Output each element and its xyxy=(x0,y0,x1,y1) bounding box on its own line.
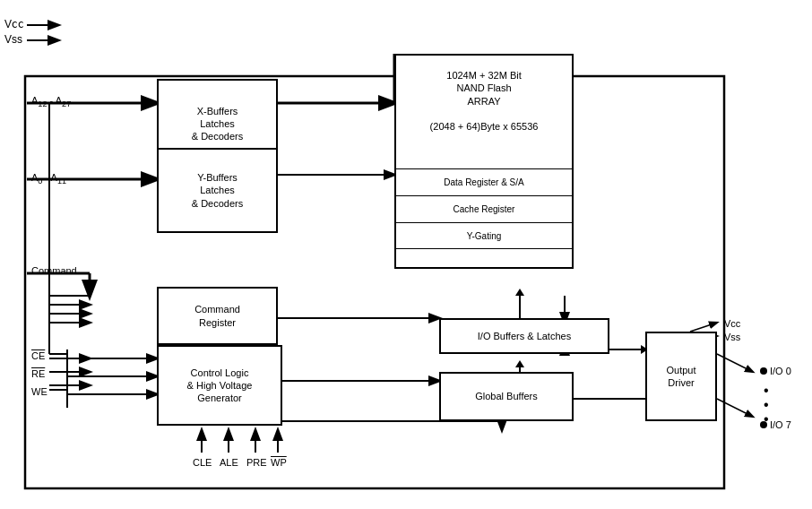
svg-marker-37 xyxy=(515,360,524,367)
re-label: RE xyxy=(31,368,45,379)
y-gating-label: Y-Gating xyxy=(396,222,572,249)
io0-dot xyxy=(760,367,767,375)
a12-a27-label: A12 - A27 xyxy=(31,95,71,108)
command-register-block: CommandRegister xyxy=(157,287,278,345)
y-buffers-label: Y-BuffersLatches& Decoders xyxy=(192,171,243,210)
svg-line-50 xyxy=(717,354,753,372)
io0-container: I/O 0 xyxy=(760,366,791,376)
io7-dot xyxy=(760,421,767,428)
cle-label: CLE xyxy=(193,457,212,468)
block-diagram: Vᴄᴄ Vss A12 - A27 A0 - A11 Command CE RE… xyxy=(0,0,812,509)
ce-label: CE xyxy=(31,350,45,361)
vcc2-label: Vcc xyxy=(724,318,740,329)
nand-flash-label: 1024M + 32M BitNAND FlashARRAY(2048 + 64… xyxy=(426,65,543,137)
nand-flash-block: 1024M + 32M BitNAND FlashARRAY(2048 + 64… xyxy=(394,54,574,269)
data-register-label: Data Register & S/A xyxy=(396,168,572,195)
wp-label: WP xyxy=(271,457,287,468)
ale-label: ALE xyxy=(220,457,238,468)
x-buffers-label: X-BuffersLatches& Decoders xyxy=(192,105,243,143)
io-buffers-block: I/O Buffers & Latches xyxy=(439,318,609,354)
svg-line-51 xyxy=(717,399,753,417)
we-label: WE xyxy=(31,386,48,397)
pre-label: PRE xyxy=(246,457,267,468)
svg-rect-53 xyxy=(25,76,724,488)
io7-container: I/O 7 xyxy=(760,419,791,430)
vcc-label: Vᴄᴄ xyxy=(4,18,24,30)
output-driver-block: OutputDriver xyxy=(645,332,717,421)
io0-label: I/O 0 xyxy=(770,366,791,376)
command-label: Command xyxy=(31,265,77,276)
io7-label: I/O 7 xyxy=(770,419,791,430)
y-buffers-block: Y-BuffersLatches& Decoders xyxy=(157,148,278,233)
command-register-label: CommandRegister xyxy=(194,303,240,329)
global-buffers-label: Global Buffers xyxy=(475,390,538,402)
vss-label: Vss xyxy=(4,33,22,46)
svg-marker-31 xyxy=(515,289,524,296)
control-logic-label: Control Logic& High VoltageGenerator xyxy=(187,367,253,405)
output-driver-label: OutputDriver xyxy=(666,364,695,390)
io-buffers-label: I/O Buffers & Latches xyxy=(478,330,571,342)
global-buffers-block: Global Buffers xyxy=(439,372,574,421)
cache-register-label: Cache Register xyxy=(396,195,572,222)
a0-a11-label: A0 - A11 xyxy=(31,172,66,185)
vss2-label: Vss xyxy=(724,332,740,342)
svg-line-48 xyxy=(690,323,717,332)
control-logic-block: Control Logic& High VoltageGenerator xyxy=(157,345,282,426)
